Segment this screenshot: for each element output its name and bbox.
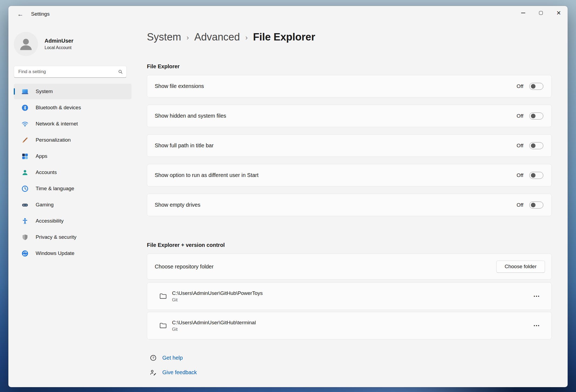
toggle-show-empty-drives[interactable]	[529, 202, 543, 209]
user-name: AdminUser	[45, 38, 73, 44]
chevron-right-icon: ›	[245, 30, 248, 43]
minimize-button[interactable]	[514, 6, 532, 20]
sidebar-item-network-internet[interactable]: Network & internet	[14, 116, 132, 132]
repo-path: C:\Users\AdminUser\GitHub\terminal	[172, 320, 256, 326]
sidebar-item-gaming[interactable]: Gaming	[14, 197, 132, 213]
search-box	[14, 66, 127, 78]
network-icon	[21, 120, 29, 128]
toggle-run-as-different-user[interactable]	[529, 172, 543, 179]
setting-row-show-empty-drives: Show empty drives Off	[147, 194, 552, 216]
sidebar-item-label: Personalization	[36, 137, 71, 143]
repo-row-powertoys: C:\Users\AdminUser\GitHub\PowerToys Git …	[147, 282, 552, 310]
breadcrumb-system[interactable]: System	[147, 31, 181, 43]
sidebar-nav: System Bluetooth & devices Network & int…	[14, 84, 147, 261]
chooser-label: Choose repository folder	[155, 264, 214, 270]
privacy-security-icon	[21, 234, 29, 241]
more-options-icon[interactable]: •••	[529, 320, 544, 331]
repo-vcs-type: Git	[172, 298, 263, 302]
choose-folder-button[interactable]: Choose folder	[496, 261, 545, 273]
svg-text:?: ?	[152, 356, 154, 360]
minimize-icon	[521, 13, 525, 13]
sidebar-item-label: System	[36, 88, 53, 94]
sidebar-item-label: Privacy & security	[36, 234, 76, 240]
sidebar-item-time-language[interactable]: Time & language	[14, 181, 132, 196]
window-title: Settings	[31, 11, 50, 17]
user-card[interactable]: AdminUser Local Account	[14, 32, 147, 56]
setting-label: Show option to run as different user in …	[155, 172, 258, 178]
more-options-icon[interactable]: •••	[529, 291, 544, 302]
footer-links: ? Get help Give feedback	[147, 352, 552, 378]
sidebar-item-label: Apps	[36, 153, 47, 159]
close-button[interactable]: ×	[550, 6, 568, 20]
bluetooth-icon	[21, 104, 29, 111]
toggle-show-hidden-files[interactable]	[529, 113, 543, 120]
sidebar-item-label: Windows Update	[36, 250, 75, 256]
folder-icon	[159, 292, 167, 300]
sidebar-item-label: Time & language	[36, 186, 74, 192]
toggle-state-label: Off	[517, 202, 523, 208]
repo-vcs-type: Git	[172, 327, 256, 332]
accessibility-icon	[21, 217, 29, 225]
sidebar-item-windows-update[interactable]: Windows Update	[14, 246, 132, 261]
toggle-show-file-extensions[interactable]	[529, 83, 543, 90]
settings-window: ← Settings × AdminUser Local Account	[8, 6, 568, 387]
page-title: File Explorer	[253, 31, 315, 43]
sidebar-item-label: Network & internet	[36, 121, 78, 127]
gaming-icon	[21, 201, 29, 209]
maximize-button[interactable]	[532, 6, 550, 20]
sidebar-item-privacy-security[interactable]: Privacy & security	[14, 229, 132, 245]
setting-row-run-as-different-user: Show option to run as different user in …	[147, 164, 552, 186]
sidebar: AdminUser Local Account System	[8, 22, 147, 387]
toggle-state-label: Off	[517, 83, 523, 89]
toggle-state-label: Off	[517, 143, 523, 149]
give-feedback-label: Give feedback	[162, 369, 197, 376]
sidebar-item-bluetooth-devices[interactable]: Bluetooth & devices	[14, 100, 132, 115]
setting-label: Show hidden and system files	[155, 113, 226, 119]
apps-icon	[21, 153, 29, 160]
sidebar-item-personalization[interactable]: Personalization	[14, 132, 132, 148]
search-input[interactable]	[14, 66, 127, 78]
sidebar-item-label: Accessibility	[36, 218, 63, 224]
sidebar-item-system[interactable]: System	[14, 84, 132, 99]
close-icon: ×	[557, 9, 561, 17]
sidebar-item-apps[interactable]: Apps	[14, 148, 132, 164]
breadcrumb: System › Advanced › File Explorer	[147, 30, 552, 43]
folder-icon	[159, 322, 167, 330]
setting-row-show-full-path: Show full path in title bar Off	[147, 134, 552, 157]
user-account-type: Local Account	[45, 45, 73, 50]
section-title-version-control: File Explorer + version control	[147, 242, 552, 248]
accounts-icon	[21, 169, 29, 176]
time-language-icon	[21, 185, 29, 192]
maximize-icon	[539, 11, 543, 15]
repo-path: C:\Users\AdminUser\GitHub\PowerToys	[172, 290, 263, 296]
toggle-state-label: Off	[517, 113, 523, 119]
personalization-icon	[21, 137, 29, 144]
titlebar: ← Settings ×	[8, 6, 568, 22]
toggle-state-label: Off	[517, 172, 523, 178]
system-icon	[21, 88, 29, 95]
sidebar-item-label: Bluetooth & devices	[36, 105, 81, 111]
give-feedback-link[interactable]: Give feedback	[150, 366, 552, 378]
get-help-label: Get help	[162, 355, 183, 361]
toggle-knob	[531, 114, 535, 118]
toggle-show-full-path[interactable]	[529, 142, 543, 149]
back-button[interactable]: ←	[14, 9, 26, 19]
chevron-right-icon: ›	[187, 30, 189, 43]
setting-label: Show empty drives	[155, 202, 200, 208]
repo-row-terminal: C:\Users\AdminUser\GitHub\terminal Git •…	[147, 312, 552, 339]
sidebar-item-accessibility[interactable]: Accessibility	[14, 213, 132, 229]
toggle-knob	[531, 203, 535, 207]
breadcrumb-advanced[interactable]: Advanced	[194, 31, 240, 43]
search-icon[interactable]	[118, 69, 123, 74]
avatar	[14, 32, 38, 56]
sidebar-item-label: Gaming	[36, 202, 54, 208]
setting-row-show-hidden-files: Show hidden and system files Off	[147, 105, 552, 127]
sidebar-item-accounts[interactable]: Accounts	[14, 165, 132, 180]
get-help-link[interactable]: ? Get help	[150, 352, 552, 364]
main-content: System › Advanced › File Explorer File E…	[147, 22, 568, 387]
feedback-icon	[150, 369, 157, 376]
setting-row-show-file-extensions: Show file extensions Off	[147, 75, 552, 97]
window-controls: ×	[514, 6, 568, 20]
windows-update-icon	[21, 250, 29, 257]
choose-repository-row: Choose repository folder Choose folder	[147, 254, 552, 279]
